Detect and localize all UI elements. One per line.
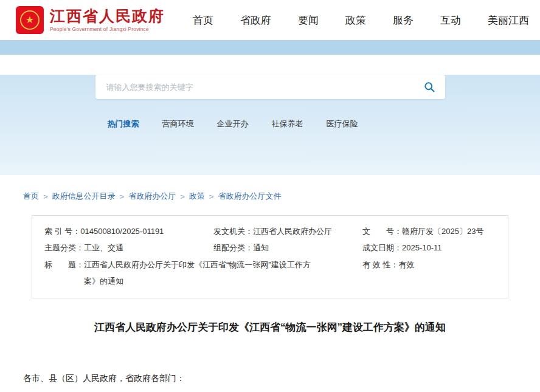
national-emblem-icon: ★	[20, 10, 40, 30]
meta-index-number: 索 引 号： 014500810/2025-01191	[44, 223, 213, 239]
meta-validity-value: 有效	[398, 256, 414, 273]
site-header: ★ 江西省人民政府 People's Government of Jiangxi…	[0, 0, 540, 40]
meta-title-label: 标 题：	[44, 256, 84, 273]
hot-search-business-env[interactable]: 营商环境	[162, 119, 194, 129]
meta-validity-label: 有 效 性：	[362, 256, 398, 273]
meta-theme-label: 主题分类：	[44, 239, 84, 256]
search-hero: 热门搜索 营商环境 企业开办 社保养老 医疗保险	[0, 75, 540, 175]
breadcrumb-separator: >	[180, 192, 185, 201]
meta-issuer-label: 发文机关：	[213, 223, 253, 239]
meta-issue-date: 成文日期： 2025-10-11	[362, 239, 496, 256]
nav-policy[interactable]: 政策	[345, 13, 366, 27]
meta-index-label: 索 引 号：	[44, 223, 80, 239]
site-title: 江西省人民政府	[50, 8, 165, 25]
meta-issuing-agency: 发文机关： 江西省人民政府办公厅	[213, 223, 362, 239]
meta-index-value: 014500810/2025-01191	[80, 223, 164, 239]
nav-news[interactable]: 要闻	[298, 13, 319, 27]
search-icon[interactable]	[423, 81, 435, 93]
meta-group-value: 通知	[253, 239, 269, 256]
meta-row-2: 主题分类： 工业、交通 组配分类： 通知 成文日期： 2025-10-11	[44, 239, 496, 256]
header-accent-band	[0, 40, 540, 55]
meta-date-label: 成文日期：	[362, 239, 402, 256]
hot-search-medical[interactable]: 医疗保险	[327, 119, 358, 129]
meta-issuer-value: 江西省人民政府办公厅	[253, 223, 332, 239]
breadcrumb-general-office[interactable]: 省政府办公厅	[128, 191, 176, 202]
meta-theme-value: 工业、交通	[84, 239, 123, 256]
breadcrumb-separator: >	[209, 192, 214, 201]
nav-interaction[interactable]: 互动	[440, 13, 461, 27]
content-panel: 首页 > 政府信息公开目录 > 省政府办公厅 > 政策 > 省政府办公厅文件 索…	[0, 175, 540, 392]
meta-title-value: 江西省人民政府办公厅关于印发《江西省“物流一张网”建设工作方案》的通知	[84, 256, 324, 290]
hot-search-label[interactable]: 热门搜索	[108, 119, 139, 129]
main-nav: 首页 省政府 要闻 政策 服务 互动 美丽江西	[193, 13, 531, 27]
meta-group-label: 组配分类：	[213, 239, 253, 256]
meta-docno-value: 赣府厅发〔2025〕23号	[402, 223, 483, 239]
nav-beautiful-jiangxi[interactable]: 美丽江西	[488, 13, 529, 27]
meta-theme-category: 主题分类： 工业、交通	[44, 239, 213, 256]
breadcrumb-separator: >	[43, 192, 48, 201]
document-meta-table: 索 引 号： 014500810/2025-01191 发文机关： 江西省人民政…	[32, 215, 508, 298]
breadcrumb-separator: >	[120, 192, 125, 201]
search-bar	[95, 75, 445, 99]
nav-provincial-government[interactable]: 省政府	[240, 13, 271, 27]
breadcrumb: 首页 > 政府信息公开目录 > 省政府办公厅 > 政策 > 省政府办公厅文件	[23, 175, 517, 202]
breadcrumb-home[interactable]: 首页	[23, 191, 39, 202]
search-input[interactable]	[95, 75, 445, 99]
site-subtitle: People's Government of Jiangxi Province	[50, 26, 165, 32]
meta-document-title: 标 题： 江西省人民政府办公厅关于印发《江西省“物流一张网”建设工作方案》的通知	[44, 256, 362, 290]
site-logo[interactable]: ★	[16, 6, 44, 34]
meta-row-3: 标 题： 江西省人民政府办公厅关于印发《江西省“物流一张网”建设工作方案》的通知…	[44, 256, 496, 290]
breadcrumb-office-documents[interactable]: 省政府办公厅文件	[218, 191, 281, 202]
meta-date-value: 2025-10-11	[402, 239, 442, 256]
hot-search-enterprise[interactable]: 企业开办	[217, 119, 249, 129]
meta-docno-label: 文 号：	[362, 223, 402, 239]
nav-services[interactable]: 服务	[393, 13, 414, 27]
hot-search-row: 热门搜索 营商环境 企业开办 社保养老 医疗保险	[95, 119, 445, 129]
meta-row-1: 索 引 号： 014500810/2025-01191 发文机关： 江西省人民政…	[44, 223, 496, 239]
breadcrumb-policy[interactable]: 政策	[189, 191, 205, 202]
breadcrumb-info-catalog[interactable]: 政府信息公开目录	[52, 191, 116, 202]
site-brand: 江西省人民政府 People's Government of Jiangxi P…	[50, 8, 165, 32]
article-title: 江西省人民政府办公厅关于印发《江西省“物流一张网”建设工作方案》的通知	[23, 320, 517, 334]
hot-search-social-security[interactable]: 社保养老	[272, 119, 303, 129]
nav-home[interactable]: 首页	[193, 13, 213, 27]
meta-group-category: 组配分类： 通知	[213, 239, 362, 256]
meta-validity: 有 效 性： 有效	[362, 256, 496, 290]
article-salutation: 各市、县（区）人民政府，省政府各部门：	[23, 373, 517, 384]
meta-document-number: 文 号： 赣府厅发〔2025〕23号	[362, 223, 496, 239]
